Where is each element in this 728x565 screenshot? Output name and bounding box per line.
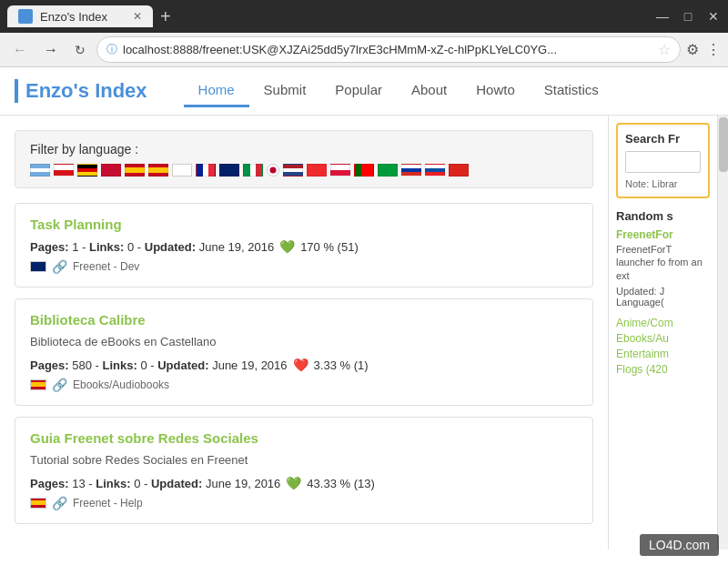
category-link[interactable]: Flogs (420 — [616, 363, 710, 376]
settings-icon-2[interactable]: ⋮ — [706, 41, 721, 58]
flag-spain[interactable] — [125, 164, 145, 177]
rating-value: 170 % (51) — [300, 240, 359, 254]
tag-link-icon: 🔗 — [52, 496, 67, 510]
nav-submit[interactable]: Submit — [249, 75, 321, 107]
close-tab-button[interactable]: ✕ — [133, 10, 142, 23]
tab-title: Enzo's Index — [40, 10, 107, 24]
listing-title[interactable]: Biblioteca Calibre — [30, 312, 578, 328]
minimize-button[interactable]: — — [655, 9, 670, 24]
flag-netherlands[interactable] — [283, 164, 303, 177]
rating-heart: 💚 — [286, 476, 301, 490]
filter-label: Filter by language : — [30, 142, 578, 156]
scrollbar[interactable] — [717, 116, 728, 550]
favicon-icon — [18, 9, 33, 24]
scrollbar-thumb[interactable] — [719, 117, 728, 172]
listing-title[interactable]: Task Planning — [30, 217, 578, 232]
nav-howto[interactable]: Howto — [461, 75, 530, 107]
listing-meta: Pages: 580 - Links: 0 - Updated: June 19… — [30, 358, 578, 372]
listing-desc: Tutorial sobre Redes Sociales en Freenet — [30, 453, 578, 467]
watermark: LO4D.com — [640, 534, 719, 556]
nav-about[interactable]: About — [397, 75, 461, 107]
site-header: Enzo's Index Home Submit Popular About H… — [0, 67, 728, 116]
browser-tab[interactable]: Enzo's Index ✕ — [7, 5, 153, 27]
search-note: Note: Librar — [625, 178, 701, 189]
flag-japan[interactable] — [267, 164, 279, 177]
settings-icon-1[interactable]: ⚙ — [686, 41, 699, 58]
flags-row — [30, 164, 578, 177]
forward-button[interactable]: → — [38, 40, 64, 60]
listing-tags: 🔗 Freenet - Help — [30, 496, 578, 510]
rating-heart: ❤️ — [293, 358, 308, 372]
tag-link-icon: 🔗 — [52, 378, 67, 392]
listing-card: Task Planning Pages: 1 - Links: 0 - Upda… — [15, 203, 593, 288]
new-tab-button[interactable]: + — [160, 6, 171, 27]
flag-russia[interactable] — [401, 164, 421, 177]
reload-button[interactable]: ↻ — [69, 41, 91, 59]
site-logo: Enzo's Index — [15, 79, 147, 103]
bookmark-icon[interactable]: ☆ — [658, 41, 671, 58]
back-button[interactable]: ← — [7, 40, 33, 60]
maximize-button[interactable]: □ — [681, 9, 695, 24]
tag-flag-icon — [30, 379, 46, 390]
site-nav: Home Submit Popular About Howto Statisti… — [184, 75, 713, 107]
flag-slovakia[interactable] — [425, 164, 445, 177]
random-title: Random s — [616, 209, 710, 223]
address-bar[interactable]: ⓘ localhost:8888/freenet:USK@XJZAi25dd5y… — [96, 36, 681, 63]
browser-chrome: Enzo's Index ✕ + — □ ✕ ← → ↻ ⓘ localhost… — [0, 0, 728, 67]
flag-finland[interactable] — [172, 164, 192, 177]
listing-meta: Pages: 13 - Links: 0 - Updated: June 19,… — [30, 476, 578, 490]
rating-heart: 💚 — [279, 239, 295, 254]
flag-vietnam[interactable] — [449, 164, 469, 177]
nav-home[interactable]: Home — [184, 75, 249, 107]
flag-czech[interactable] — [54, 164, 74, 177]
flag-portugal[interactable] — [354, 164, 374, 177]
address-text: localhost:8888/freenet:USK@XJZAi25dd5y7l… — [123, 43, 652, 56]
tag-link-icon: 🔗 — [52, 259, 67, 274]
flag-spain2[interactable] — [148, 164, 168, 177]
random-link[interactable]: FreenetFor — [616, 228, 710, 241]
listing-title[interactable]: Guia Freenet sobre Redes Sociales — [30, 430, 578, 446]
flag-brazil[interactable] — [378, 164, 398, 177]
flag-italy[interactable] — [243, 164, 263, 177]
category-link[interactable]: Anime/Com — [616, 317, 710, 329]
flag-germany[interactable] — [77, 164, 97, 177]
main-content: Filter by language : — [0, 116, 728, 550]
filter-bar: Filter by language : — [15, 130, 593, 188]
window-controls: — □ ✕ — [655, 9, 721, 24]
nav-popular[interactable]: Popular — [320, 75, 397, 107]
search-box: Search Fr Note: Librar — [616, 123, 710, 198]
categories-list: Anime/Com Ebooks/Au Entertainm Flogs (42… — [616, 317, 710, 376]
close-window-button[interactable]: ✕ — [706, 9, 721, 24]
category-link[interactable]: Ebooks/Au — [616, 332, 710, 345]
tag-flag-icon — [30, 261, 46, 272]
search-input[interactable] — [625, 151, 701, 173]
listing-tags: 🔗 Freenet - Dev — [30, 259, 578, 274]
tag-label: Freenet - Help — [73, 497, 143, 510]
random-description: FreenetForT launcher fo from an ext — [616, 243, 710, 282]
page-content: Enzo's Index Home Submit Popular About H… — [0, 67, 728, 565]
flag-uk[interactable] — [219, 164, 239, 177]
tag-label: Ebooks/Audiobooks — [73, 378, 169, 391]
listing-meta: Pages: 1 - Links: 0 - Updated: June 19, … — [30, 239, 578, 254]
search-title: Search Fr — [625, 132, 701, 146]
flag-denmark[interactable] — [101, 164, 121, 177]
random-section: Random s FreenetFor FreenetForT launcher… — [616, 209, 710, 308]
flag-poland[interactable] — [330, 164, 350, 177]
tag-flag-icon — [30, 498, 46, 509]
listing-card: Guia Freenet sobre Redes Sociales Tutori… — [15, 417, 593, 524]
flag-france[interactable] — [196, 164, 216, 177]
listing-card: Biblioteca Calibre Biblioteca de eBooks … — [15, 298, 593, 406]
browser-settings: ⚙ ⋮ — [686, 41, 721, 58]
flag-argentina[interactable] — [30, 164, 50, 177]
listing-desc: Biblioteca de eBooks en Castellano — [30, 335, 578, 348]
random-meta: Updated: J Language( — [616, 286, 710, 308]
category-link[interactable]: Entertainm — [616, 348, 710, 360]
rating-value: 43.33 % (13) — [307, 477, 374, 490]
lock-icon: ⓘ — [106, 42, 117, 57]
title-bar: Enzo's Index ✕ + — □ ✕ — [0, 0, 728, 33]
nav-bar: ← → ↻ ⓘ localhost:8888/freenet:USK@XJZAi… — [0, 33, 728, 67]
nav-statistics[interactable]: Statistics — [530, 75, 613, 107]
flag-norway[interactable] — [307, 164, 327, 177]
left-panel: Filter by language : — [0, 116, 608, 550]
tag-label: Freenet - Dev — [73, 260, 139, 273]
